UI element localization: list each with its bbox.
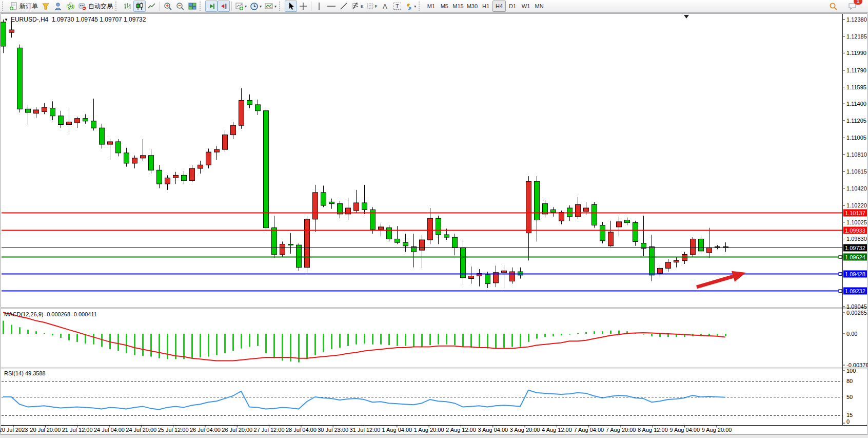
vertical-line-tool-button[interactable] (313, 1, 325, 12)
price-tick-label: 1.09830 (846, 236, 867, 242)
profiles-button[interactable] (40, 1, 52, 12)
timeframe-M30[interactable]: M30 (465, 1, 479, 12)
chart-window[interactable]: 1.123801.121851.119901.117901.115951.114… (0, 0, 868, 438)
market-watch-button[interactable] (52, 1, 64, 12)
fibonacci-icon (351, 2, 361, 10)
auto-trading-icon (78, 2, 87, 11)
hline-handle[interactable] (839, 256, 842, 259)
text-tool-letter: A (383, 3, 387, 10)
candle (699, 236, 704, 254)
timeframe-W1[interactable]: W1 (519, 1, 532, 12)
candle (354, 190, 359, 213)
notifications-button[interactable]: 1 (846, 1, 859, 12)
trend-arrow-annotation[interactable] (697, 271, 746, 287)
timeframe-M5[interactable]: M5 (438, 1, 451, 12)
arrows-tool-button[interactable]: ▾ (403, 1, 418, 12)
candle (173, 172, 179, 184)
symbol-expand-icon[interactable]: ▼ (4, 17, 8, 22)
signals-icon (66, 2, 75, 11)
line-chart-button[interactable] (146, 1, 158, 12)
search-button[interactable] (827, 1, 839, 12)
candle (108, 139, 113, 160)
toolbar-grip[interactable] (419, 2, 423, 11)
candle (477, 269, 482, 287)
candle (34, 107, 39, 118)
time-tick-label: 20 Jul 20:00 (30, 427, 61, 433)
rsi-tick-label: 80 (846, 378, 853, 384)
rsi-line (3, 390, 725, 410)
fibonacci-tool-button[interactable]: E (350, 1, 365, 12)
candle (313, 185, 318, 232)
toolbar-grip[interactable] (2, 2, 7, 11)
main-toolbar: 新订单 自动交易 (0, 0, 868, 13)
time-tick-label: 20 Jul 2023 (0, 427, 28, 433)
candle (280, 241, 285, 257)
candle (395, 226, 400, 244)
new-order-label: 新订单 (19, 2, 38, 11)
candle (625, 218, 630, 225)
text-label-tool-button[interactable]: T (391, 1, 403, 12)
zoom-in-button[interactable] (162, 1, 174, 12)
candlestick-chart-button[interactable] (133, 1, 146, 12)
grid-tool-button[interactable]: F (365, 1, 379, 12)
indicators-button[interactable]: ▾ (233, 1, 248, 12)
time-tick-label: 3 Aug 20:00 (510, 427, 540, 433)
crosshair-tool-button[interactable] (297, 1, 309, 12)
chart-shift-marker-icon[interactable] (684, 15, 689, 18)
trendline-tool-button[interactable] (338, 1, 350, 12)
timeframe-M1[interactable]: M1 (424, 1, 438, 12)
time-tick-label: 21 Jul 12:00 (62, 427, 93, 433)
auto-trading-button[interactable]: 自动交易 (76, 1, 114, 12)
chart-shift-button[interactable] (218, 1, 230, 12)
rsi-tick-label: 15 (846, 412, 853, 418)
candle (723, 242, 728, 252)
timeframe-MN[interactable]: MN (532, 1, 546, 12)
timeframe-H1[interactable]: H1 (479, 1, 492, 12)
hline-handle[interactable] (839, 273, 842, 276)
line-chart-icon (148, 2, 156, 10)
candle (518, 268, 523, 279)
candle (411, 234, 417, 267)
vertical-line-icon (315, 2, 323, 10)
candle (42, 103, 47, 115)
toolbar-grip[interactable] (115, 2, 120, 11)
toolbar-grip[interactable] (279, 2, 284, 11)
timeframe-D1[interactable]: D1 (506, 1, 519, 12)
timeframe-M15[interactable]: M15 (451, 1, 465, 12)
candle (190, 165, 195, 182)
rsi-label: RSI(14) 49.3588 (4, 370, 46, 376)
time-tick-label: 3 Aug 04:00 (478, 427, 508, 433)
timeframe-H4[interactable]: H4 (492, 1, 506, 12)
periods-button[interactable]: ▾ (248, 1, 263, 12)
auto-scroll-icon (207, 2, 215, 10)
time-tick-label: 7 Aug 04:00 (574, 427, 604, 433)
candle (592, 202, 597, 227)
candle (617, 217, 622, 237)
crosshair-icon (299, 2, 307, 10)
macd-tick-label: 0.002657 (846, 310, 868, 316)
candle (116, 139, 121, 157)
chart-canvas[interactable]: 1.123801.121851.119901.117901.115951.114… (0, 0, 868, 438)
candle (329, 199, 334, 209)
candle (633, 221, 638, 246)
bar-chart-button[interactable] (121, 1, 133, 12)
price-tick-label: 1.10025 (846, 219, 867, 225)
auto-scroll-button[interactable] (205, 1, 218, 12)
candle (124, 148, 129, 167)
time-tick-label: 9 Aug 20:00 (702, 427, 732, 433)
rsi-pane: RSI(14) 49.35881008050150 (2, 368, 856, 425)
signals-button[interactable] (64, 1, 76, 12)
horizontal-line-tool-button[interactable] (325, 1, 338, 12)
templates-button[interactable]: ▾ (263, 1, 278, 12)
zoom-out-button[interactable] (174, 1, 186, 12)
time-tick-label: 27 Jul 12:00 (254, 427, 285, 433)
fibonacci-letter: E (361, 4, 363, 9)
toolbar-grip[interactable] (200, 2, 204, 11)
hline-handle[interactable] (839, 290, 842, 293)
text-tool-button[interactable]: A (379, 1, 391, 12)
candle (141, 139, 146, 161)
cursor-tool-button[interactable] (285, 1, 297, 12)
zoom-in-icon (164, 2, 172, 11)
tile-windows-button[interactable] (186, 1, 199, 12)
new-order-button[interactable]: 新订单 (8, 1, 40, 12)
